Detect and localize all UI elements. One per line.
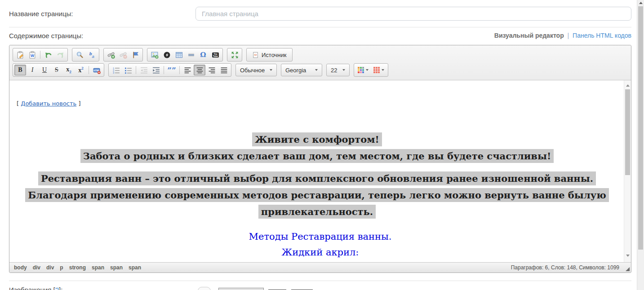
clipped-file-button[interactable]: [218, 288, 264, 290]
subscript-button[interactable]: x2: [63, 65, 75, 75]
indent-icon[interactable]: [150, 65, 162, 75]
align-center-icon[interactable]: [194, 65, 205, 75]
editor-scrollbar-thumb[interactable]: [625, 89, 630, 175]
colors-group: [354, 63, 388, 77]
images-label: Изображения [?]:: [9, 286, 62, 290]
special-character-icon[interactable]: Ω: [197, 49, 209, 60]
divider: [9, 281, 631, 281]
bulleted-list-icon[interactable]: [122, 65, 134, 75]
page-scrollbar: [637, 0, 644, 290]
scroll-down-button[interactable]: [624, 252, 631, 259]
table-color-icon[interactable]: [371, 65, 386, 75]
source-button[interactable]: ‹› Источник: [248, 49, 291, 60]
mode-separator: |: [568, 32, 569, 39]
scroll-up-button[interactable]: [624, 82, 631, 88]
basicstyles-group: B I U S x2 x2 HTML: [13, 63, 104, 77]
font-name-value: Georgia: [285, 67, 306, 74]
chevron-down-icon: [342, 69, 345, 71]
source-button-label: Источник: [262, 52, 287, 58]
maximize-group: [227, 48, 242, 62]
font-size-dropdown[interactable]: 22: [326, 64, 350, 76]
page-title-label: Название страницы:: [9, 10, 73, 18]
body-paragraph: Реставрация ванн – это отличный выбор дл…: [9, 170, 631, 220]
clipped-control[interactable]: [198, 287, 211, 290]
link-group: [103, 48, 143, 62]
replace-icon[interactable]: ba: [86, 49, 98, 60]
editor-content-area[interactable]: [ Добавить новость ] Живите с комфортом!…: [9, 80, 631, 262]
remove-format-icon[interactable]: HTML: [91, 65, 102, 75]
font-name-dropdown[interactable]: Georgia: [281, 64, 322, 76]
path-item[interactable]: body: [14, 264, 27, 271]
add-news-line: [ Добавить новость ]: [17, 100, 631, 107]
underline-button[interactable]: U: [39, 65, 50, 75]
editor-scrollbar: [624, 80, 631, 262]
blue-line-1: Методы Реставрация ванны.: [9, 229, 631, 245]
path-item[interactable]: p: [60, 264, 63, 271]
toolbar-separator: [136, 66, 136, 74]
toolbar-separator: [40, 51, 40, 59]
insert-flash-icon[interactable]: [161, 49, 173, 60]
text-color-icon[interactable]: [355, 65, 371, 75]
numbered-list-icon[interactable]: 123: [110, 65, 122, 75]
undo-icon[interactable]: [42, 49, 54, 60]
html-panel-link[interactable]: Панель HTML кодов: [573, 32, 631, 39]
align-left-icon[interactable]: [182, 65, 193, 75]
triangle-up-icon: [626, 84, 630, 87]
cms-page-editor: Название страницы: Содержимое страницы: …: [0, 0, 644, 290]
page-scrollbar-thumb[interactable]: [638, 6, 643, 250]
toolbar-row-2: B I U S x2 x2 HTML 123: [13, 62, 628, 78]
clipboard-group: W: [13, 48, 68, 62]
redo-icon[interactable]: [54, 49, 66, 60]
chevron-down-icon: [270, 69, 272, 71]
youtube-icon[interactable]: YouTube: [209, 49, 221, 60]
maximize-icon[interactable]: [229, 49, 240, 60]
element-path: body div div p strong span span span: [14, 264, 141, 271]
blockquote-icon[interactable]: ””: [166, 65, 178, 75]
path-item[interactable]: span: [92, 264, 104, 271]
horizontal-rule-icon[interactable]: [185, 49, 197, 60]
path-item[interactable]: strong: [69, 264, 86, 271]
page-scroll-up-button[interactable]: [637, 2, 644, 4]
chevron-down-icon: [366, 69, 369, 71]
svg-text:Tube: Tube: [213, 55, 218, 57]
svg-text:3: 3: [113, 71, 114, 74]
add-news-link[interactable]: Добавить новость: [21, 100, 76, 107]
unlink-icon[interactable]: [117, 49, 129, 60]
svg-text:‹›: ‹›: [254, 53, 257, 57]
toolbar-separator: [179, 66, 180, 74]
paragraph-format-dropdown[interactable]: Обычное: [235, 64, 277, 76]
heading-block: Живите с комфортом! Забота о родных и бл…: [9, 131, 631, 164]
path-item[interactable]: div: [33, 264, 40, 271]
page-title-input[interactable]: [195, 7, 631, 21]
paste-plain-text-icon[interactable]: [14, 49, 26, 60]
triangle-down-icon: [626, 255, 630, 257]
visual-editor-toggle[interactable]: Визуальный редактор: [494, 32, 564, 39]
path-item[interactable]: span: [110, 264, 123, 271]
strikethrough-button[interactable]: S: [51, 65, 62, 75]
paste-from-word-icon[interactable]: W: [27, 49, 38, 60]
insert-link-icon[interactable]: [105, 49, 117, 60]
triangle-up-icon: [639, 2, 643, 4]
images-help-link[interactable]: ?: [55, 286, 59, 290]
justify-icon[interactable]: [218, 65, 230, 75]
superscript-button[interactable]: x2: [75, 65, 87, 75]
toolbar-separator: [164, 66, 164, 74]
editor-toolbar: W ba: [9, 45, 631, 80]
insert-table-icon[interactable]: [173, 49, 185, 60]
find-icon[interactable]: [74, 49, 85, 60]
bracket-close: ]: [78, 100, 80, 107]
paragraph-format-value: Обычное: [240, 67, 265, 74]
path-item[interactable]: div: [46, 264, 54, 271]
chevron-down-icon: [382, 69, 384, 71]
paragraph-group: 123 ””: [108, 63, 231, 77]
editor-status-bar: body div div p strong span span span Пар…: [9, 262, 631, 272]
outdent-icon[interactable]: [138, 65, 150, 75]
svg-text:W: W: [30, 53, 34, 58]
anchor-icon[interactable]: [129, 49, 141, 60]
align-right-icon[interactable]: [206, 65, 218, 75]
resize-grip[interactable]: [626, 267, 630, 271]
italic-button[interactable]: I: [27, 65, 38, 75]
path-item[interactable]: span: [129, 264, 141, 271]
insert-image-icon[interactable]: [149, 49, 160, 60]
bold-button[interactable]: B: [14, 65, 26, 75]
